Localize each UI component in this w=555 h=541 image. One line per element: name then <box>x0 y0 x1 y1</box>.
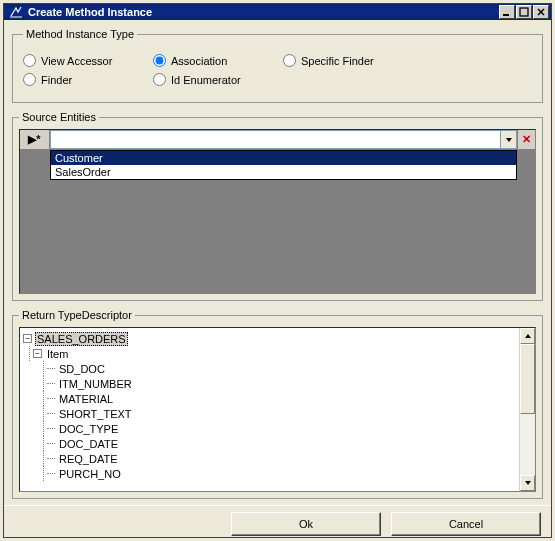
tree-leaf[interactable]: DOC_DATE <box>57 438 120 450</box>
tree-leaf[interactable]: REQ_DATE <box>57 453 119 465</box>
tree-line <box>43 421 44 436</box>
tree-leaf[interactable]: PURCH_NO <box>57 468 123 480</box>
radio-label: Association <box>171 55 227 67</box>
dialog-footer: Ok Cancel <box>4 505 551 541</box>
group-legend: Source Entities <box>19 111 99 123</box>
tree-leaf[interactable]: SHORT_TEXT <box>57 408 134 420</box>
app-icon <box>8 4 24 20</box>
row-marker[interactable]: ▶* <box>20 130 50 149</box>
radio-finder[interactable]: Finder <box>23 73 153 86</box>
vertical-scrollbar[interactable] <box>519 328 535 491</box>
dialog-window: Create Method Instance Method Instance T… <box>3 3 552 538</box>
radio-input[interactable] <box>153 73 166 86</box>
svg-rect-1 <box>520 8 528 16</box>
group-legend: Method Instance Type <box>23 28 137 40</box>
tree-line <box>43 436 44 451</box>
radio-label: Finder <box>41 74 72 86</box>
titlebar: Create Method Instance <box>4 4 551 20</box>
scroll-up-button[interactable] <box>520 328 535 344</box>
tree-leaf[interactable]: MATERIAL <box>57 393 115 405</box>
delete-row-button[interactable]: ✕ <box>517 130 535 149</box>
window-controls <box>499 5 549 19</box>
radio-input[interactable] <box>23 54 36 67</box>
tree-leaf[interactable]: DOC_TYPE <box>57 423 120 435</box>
tree-line <box>43 451 44 466</box>
tree-node[interactable]: Item <box>45 348 70 360</box>
scroll-down-button[interactable] <box>520 475 535 491</box>
dialog-body: Method Instance Type View Accessor Assoc… <box>4 20 551 505</box>
tree-line <box>47 473 55 474</box>
tree-leaf[interactable]: SD_DOC <box>57 363 107 375</box>
radio-specific-finder[interactable]: Specific Finder <box>283 54 413 67</box>
radio-input[interactable] <box>283 54 296 67</box>
grid-row: ▶* ✕ <box>20 130 535 150</box>
dropdown-item[interactable]: Customer <box>51 151 516 165</box>
scroll-thumb[interactable] <box>520 344 535 414</box>
type-descriptor-tree: − SALES_ORDERS − Item <box>19 327 536 492</box>
radio-label: Specific Finder <box>301 55 374 67</box>
close-button[interactable] <box>533 5 549 19</box>
tree-line <box>43 391 44 406</box>
scroll-track[interactable] <box>520 344 535 475</box>
return-type-descriptor-group: Return TypeDescriptor − SALES_ORDERS <box>12 309 543 499</box>
tree-line <box>43 376 44 391</box>
tree-line <box>47 428 55 429</box>
source-entities-grid: ▶* ✕ Customer SalesOrder <box>19 129 536 294</box>
radio-view-accessor[interactable]: View Accessor <box>23 54 153 67</box>
radio-input[interactable] <box>23 73 36 86</box>
tree-line <box>29 346 30 361</box>
tree-line <box>43 406 44 421</box>
method-instance-type-group: Method Instance Type View Accessor Assoc… <box>12 28 543 103</box>
combobox-dropdown-list: Customer SalesOrder <box>50 150 517 180</box>
tree-line <box>47 398 55 399</box>
window-title: Create Method Instance <box>28 6 499 18</box>
source-entities-group: Source Entities ▶* ✕ Customer SalesOrder <box>12 111 543 301</box>
cancel-button[interactable]: Cancel <box>391 512 541 536</box>
ok-button[interactable]: Ok <box>231 512 381 536</box>
tree-collapse-icon[interactable]: − <box>23 334 32 343</box>
minimize-button[interactable] <box>499 5 515 19</box>
combobox-text[interactable] <box>51 131 500 148</box>
radio-association[interactable]: Association <box>153 54 283 67</box>
tree-collapse-icon[interactable]: − <box>33 349 42 358</box>
tree-leaf[interactable]: ITM_NUMBER <box>57 378 134 390</box>
combobox-dropdown-button[interactable] <box>500 131 516 148</box>
svg-rect-0 <box>503 14 509 16</box>
tree-line <box>47 413 55 414</box>
radio-input[interactable] <box>153 54 166 67</box>
dropdown-item[interactable]: SalesOrder <box>51 165 516 179</box>
radio-id-enumerator[interactable]: Id Enumerator <box>153 73 283 86</box>
tree-line <box>47 368 55 369</box>
entity-combobox[interactable] <box>50 130 517 149</box>
tree-line <box>43 466 44 481</box>
tree-line <box>43 361 44 376</box>
tree-node-root[interactable]: SALES_ORDERS <box>35 332 128 346</box>
radio-label: Id Enumerator <box>171 74 241 86</box>
radio-label: View Accessor <box>41 55 112 67</box>
tree-line <box>47 383 55 384</box>
tree-line <box>47 443 55 444</box>
maximize-button[interactable] <box>516 5 532 19</box>
group-legend: Return TypeDescriptor <box>19 309 135 321</box>
tree-line <box>47 458 55 459</box>
